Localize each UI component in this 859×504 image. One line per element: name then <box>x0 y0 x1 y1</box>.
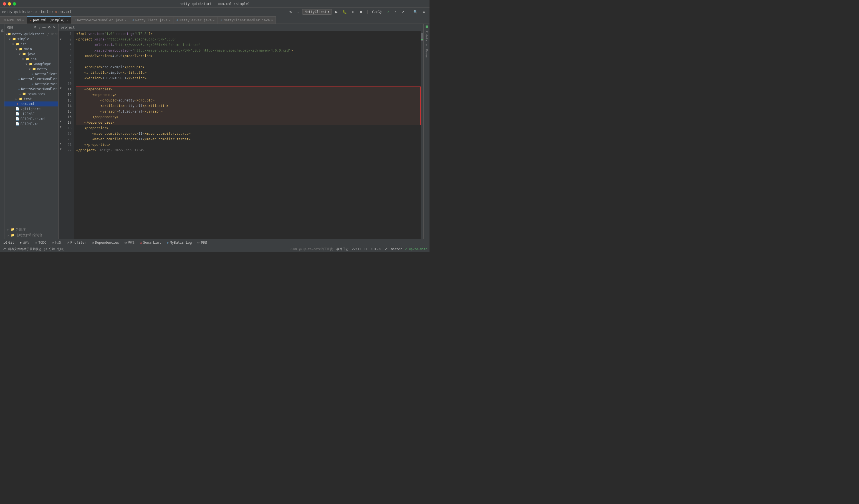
editor-area: project ▼ ▼ <box>59 24 423 239</box>
tree-item-readme-en[interactable]: 📄 README.en.md <box>4 116 58 122</box>
tree-item-src[interactable]: ▼ 📁 src <box>4 42 58 47</box>
fold-18[interactable]: ▼ <box>59 125 63 131</box>
sidebar-add-btn[interactable]: ⊕ <box>33 26 37 29</box>
toolbar-arrow-down[interactable]: ↓ <box>296 10 301 14</box>
sidebar-header-icons: ⊕ ↕ −− ⚙ ✕ <box>33 26 56 29</box>
bottom-terminal[interactable]: ⊟ 终端 <box>123 239 135 245</box>
toolbar-stop[interactable]: ⏹ <box>358 10 365 14</box>
tree-item-gitignore[interactable]: 📄 .gitignore <box>4 107 58 111</box>
tree-item-com[interactable]: ▼ 📁 com <box>4 57 58 62</box>
tab-ch-close[interactable]: ✕ <box>271 19 273 21</box>
tab-netty-server[interactable]: J NettyServer.java ✕ <box>174 16 217 23</box>
tab-netty-client[interactable]: J NettyClient.java ✕ <box>129 16 174 23</box>
tree-item-com-label: com <box>31 57 36 61</box>
tab-readme-close[interactable]: ✕ <box>22 19 24 21</box>
tree-item-main[interactable]: ▼ 📁 main <box>4 47 58 51</box>
tree-item-test[interactable]: ▷ 📁 test <box>4 96 58 101</box>
code-line-12: <dependency> <box>76 92 421 98</box>
bottom-sonarlint[interactable]: ◎ SonarLint <box>139 240 162 245</box>
tree-item-pomxml[interactable]: m pom.xml <box>4 101 58 107</box>
sidebar-sync-btn[interactable]: ↕ <box>38 26 41 29</box>
code-line-8: <artifactId>simple</artifactId> <box>76 70 421 75</box>
left-icon-favorites[interactable]: ★ <box>1 28 4 31</box>
line-num-2: 2 <box>63 36 74 42</box>
client-handler-tab-label: NettyClientHandler.java <box>224 18 270 22</box>
right-panel-maven[interactable]: Maven <box>424 49 429 58</box>
bottom-toolbar: ⎇ Git ▶ 运行 ≡ TODO ⊕ 问题 ⚡ Profiler ⊞ Depe… <box>0 239 430 246</box>
bottom-run[interactable]: ▶ 运行 <box>19 239 31 245</box>
tree-item-license[interactable]: 📄 LICENSE <box>4 111 58 116</box>
tree-item-nettyclienthandler[interactable]: ☕ NettyClientHandler <box>4 77 58 81</box>
tab-sh-close[interactable]: ✕ <box>124 19 126 21</box>
tree-item-wangfugui[interactable]: ▼ 📁 wangfugui <box>4 62 58 66</box>
tree-item-nettyclient[interactable]: ☕ NettyClient <box>4 72 58 77</box>
tree-item-resources[interactable]: ▷ 📁 resources <box>4 92 58 96</box>
code-editor[interactable]: <?xml version="1.0" encoding="UTF-8"?> <… <box>74 31 421 239</box>
tab-client-close[interactable]: ✕ <box>169 19 170 21</box>
tree-item-readme[interactable]: 📄 README.md <box>4 122 58 126</box>
line-num-5: 5 <box>63 53 74 59</box>
tab-netty-client-handler[interactable]: J NettyClientHandler.java ✕ <box>218 16 276 23</box>
git-annotation: masiyi, 2022/5/27, 17:45 <box>100 147 144 153</box>
sidebar-collapse-btn[interactable]: −− <box>42 26 46 29</box>
toolbar-check[interactable]: ✓ <box>386 10 391 14</box>
tab-server-close[interactable]: ✕ <box>213 19 215 21</box>
fold-22[interactable]: ▼ <box>59 147 63 153</box>
tree-item-simple[interactable]: ▼ 📁 simple <box>4 36 58 42</box>
bottom-problems[interactable]: ⊕ 问题 <box>51 239 63 245</box>
code-line-1: <?xml version="1.0" encoding="UTF-8"?> <box>76 31 421 36</box>
toolbar-refresh[interactable]: ⟲ <box>288 10 294 14</box>
folder-main-icon: 📁 <box>19 47 23 51</box>
sidebar-close-btn[interactable]: ✕ <box>52 26 56 29</box>
breadcrumb-project[interactable]: netty-quickstart <box>2 10 34 14</box>
breadcrumb-module[interactable]: simple <box>39 10 50 14</box>
scrollbar-right[interactable] <box>421 31 423 239</box>
fold-11[interactable]: ▼ <box>59 86 63 92</box>
sidebar-external-libs[interactable]: ▷ 📁 外部库 <box>7 227 56 232</box>
bottom-mybatis-log[interactable]: ◈ MyBatis Log <box>166 240 193 245</box>
status-event-log[interactable]: 事件日志 <box>336 247 348 251</box>
toolbar-push[interactable]: ↑ <box>393 10 398 14</box>
line-num-1: 1 <box>63 31 74 36</box>
run-config-dropdown[interactable]: NettyClient ▼ <box>302 9 332 15</box>
left-panel: 结构 ★ 设置 <box>0 24 4 239</box>
tree-item-nettyserver[interactable]: ☕ NettyServer <box>4 81 58 86</box>
close-button[interactable] <box>3 2 6 5</box>
sidebar-settings-btn[interactable]: ⚙ <box>47 26 51 29</box>
tree-item-main-label: main <box>24 47 32 51</box>
minimize-button[interactable] <box>8 2 11 5</box>
run-label: 运行 <box>23 240 30 245</box>
toolbar-coverage[interactable]: ⊕ <box>350 10 356 14</box>
toolbar-git[interactable]: Git(G): <box>371 10 384 14</box>
bottom-profiler[interactable]: ⚡ Profiler <box>66 240 87 245</box>
tab-readme[interactable]: README.md ✕ <box>0 16 27 23</box>
tree-item-root[interactable]: ▼ 📁 netty-quickstart ~/IdeaProjects/demo… <box>4 32 58 36</box>
toolbar-debug[interactable]: 🐛 <box>341 10 348 14</box>
fold-21[interactable]: ▼ <box>59 142 63 147</box>
fold-17[interactable]: ▼ <box>59 120 63 125</box>
sidebar-scratch[interactable]: ▷ 📁 临时文件和控制台 <box>7 233 56 238</box>
tab-netty-server-handler[interactable]: J NettyServerHandler.java ✕ <box>71 16 129 23</box>
breadcrumb-file: m pom.xml <box>55 10 71 14</box>
code-line-9: <version>1.0-SNAPSHOT</version> <box>76 75 421 81</box>
tree-item-netty[interactable]: ▼ 📁 netty <box>4 66 58 72</box>
status-encoding[interactable]: UTF-8 <box>372 247 381 251</box>
tree-item-nettyserverhandler[interactable]: ☕ NettyServerHandler <box>4 86 58 92</box>
status-lf[interactable]: LF <box>364 247 368 251</box>
right-panel-m[interactable]: m <box>424 44 429 47</box>
bottom-dependencies[interactable]: ⊞ Dependencies <box>91 240 120 245</box>
toolbar-run[interactable]: ▶ <box>333 10 339 14</box>
bottom-todo[interactable]: ≡ TODO <box>34 240 47 245</box>
right-panel-codota[interactable]: Codota <box>424 31 429 42</box>
bottom-build[interactable]: ⚒ 构建 <box>196 239 208 245</box>
maximize-button[interactable] <box>13 2 16 5</box>
status-branch[interactable]: master <box>391 247 402 251</box>
tab-pom-xml[interactable]: m pom.xml (simple) ✕ <box>27 16 71 23</box>
toolbar-settings[interactable]: ⚙ <box>421 10 427 14</box>
tab-pom-close[interactable]: ✕ <box>66 19 68 22</box>
toolbar-search[interactable]: 🔍 <box>412 10 419 14</box>
bottom-git[interactable]: ⎇ Git <box>2 240 16 245</box>
fold-2[interactable]: ▼ <box>59 36 63 42</box>
tree-item-java[interactable]: ▼ 📁 java <box>4 51 58 57</box>
toolbar-pull[interactable]: ↗ <box>400 10 406 14</box>
